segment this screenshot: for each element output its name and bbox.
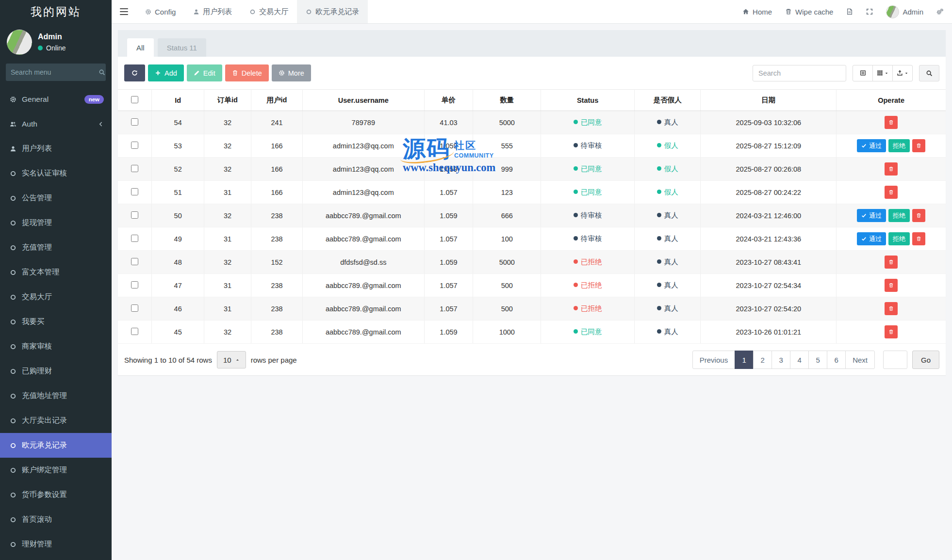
sidebar-item[interactable]: 欧元承兑记录 xyxy=(0,433,112,458)
detail-view-button[interactable] xyxy=(853,65,873,81)
reject-button[interactable]: 拒绝 xyxy=(888,232,910,245)
row-checkbox[interactable] xyxy=(131,304,138,312)
row-checkbox[interactable] xyxy=(131,165,138,172)
row-select-cell xyxy=(118,158,152,181)
column-header[interactable]: Operate xyxy=(837,90,946,111)
order-id-cell: 32 xyxy=(204,204,251,227)
approve-button[interactable]: 通过 xyxy=(857,232,886,245)
row-delete-button[interactable] xyxy=(885,256,898,269)
row-delete-button[interactable] xyxy=(885,116,898,129)
column-header[interactable]: 数量 xyxy=(473,90,541,111)
filter-tab[interactable]: All xyxy=(127,38,154,57)
row-checkbox[interactable] xyxy=(131,328,138,335)
export-button[interactable] xyxy=(892,65,913,81)
refresh-button[interactable] xyxy=(124,64,145,81)
row-checkbox[interactable] xyxy=(131,235,138,242)
row-delete-button[interactable] xyxy=(912,209,925,222)
user-id-cell: 166 xyxy=(251,134,303,158)
main-content: AllStatus 11 Add Edit Delete xyxy=(112,24,952,560)
pagination-page-button[interactable]: 2 xyxy=(753,351,772,369)
table-search-button[interactable] xyxy=(919,65,939,81)
sidebar-item[interactable]: 富文本管理 xyxy=(0,260,112,285)
sidebar-search-input[interactable] xyxy=(11,68,98,76)
sidebar-item[interactable]: 交易大厅 xyxy=(0,285,112,309)
sidebar-item[interactable]: 已购理财 xyxy=(0,359,112,384)
row-checkbox[interactable] xyxy=(131,211,138,219)
sidebar-item[interactable]: 公告管理 xyxy=(0,186,112,210)
row-checkbox[interactable] xyxy=(131,188,138,195)
add-button[interactable]: Add xyxy=(148,64,184,81)
sidebar-item[interactable]: 用户列表 xyxy=(0,136,112,161)
more-button[interactable]: More xyxy=(272,64,311,81)
home-link[interactable]: Home xyxy=(742,8,772,16)
filter-tab[interactable]: Status 11 xyxy=(158,38,206,57)
page-size-dropdown[interactable]: 10 xyxy=(217,351,246,368)
sidebar-item[interactable]: 账户绑定管理 xyxy=(0,458,112,482)
admin-menu[interactable]: Admin xyxy=(886,5,923,18)
sidebar-toggle-button[interactable] xyxy=(112,0,136,23)
pagination-next-button[interactable]: Next xyxy=(845,351,875,369)
row-checkbox[interactable] xyxy=(131,258,138,265)
row-delete-button[interactable] xyxy=(912,139,925,152)
sidebar-item[interactable]: Generalnew xyxy=(0,87,112,112)
settings-button[interactable] xyxy=(936,8,943,15)
status-cell: 待审核 xyxy=(541,134,635,158)
wipe-cache-button[interactable]: Wipe cache xyxy=(785,8,833,16)
column-header[interactable]: User.username xyxy=(302,90,424,111)
edit-button[interactable]: Edit xyxy=(187,64,222,81)
sidebar-item[interactable]: 实名认证审核 xyxy=(0,161,112,186)
pagination-page-button[interactable]: 1 xyxy=(735,351,754,369)
column-header[interactable]: Id xyxy=(152,90,204,111)
sidebar-item[interactable]: 大厅卖出记录 xyxy=(0,408,112,433)
approve-button[interactable]: 通过 xyxy=(857,209,886,222)
pagination-page-button[interactable]: 5 xyxy=(808,351,827,369)
page-jump-input[interactable] xyxy=(883,351,907,369)
sidebar-item[interactable]: 充值地址管理 xyxy=(0,384,112,408)
sidebar-item[interactable]: Auth xyxy=(0,112,112,136)
sidebar-item[interactable]: 理财管理 xyxy=(0,532,112,557)
go-button[interactable]: Go xyxy=(912,351,939,369)
topnav-tab[interactable]: Config xyxy=(136,0,184,23)
column-header[interactable]: 用户id xyxy=(251,90,303,111)
column-header[interactable]: 日期 xyxy=(701,90,837,111)
sidebar-item[interactable]: 我要买 xyxy=(0,309,112,334)
language-button[interactable] xyxy=(846,8,853,15)
topnav-tab[interactable]: 欧元承兑记录 xyxy=(297,0,368,23)
row-delete-button[interactable] xyxy=(912,232,925,245)
column-header[interactable]: 订单id xyxy=(204,90,251,111)
row-delete-button[interactable] xyxy=(885,186,898,199)
table-search-input[interactable] xyxy=(753,65,846,81)
row-checkbox[interactable] xyxy=(131,281,138,288)
row-delete-button[interactable] xyxy=(885,279,898,292)
row-delete-button[interactable] xyxy=(885,162,898,176)
reject-button[interactable]: 拒绝 xyxy=(888,209,910,222)
sidebar-item[interactable]: 商家审核 xyxy=(0,334,112,359)
topnav-tab[interactable]: 交易大厅 xyxy=(241,0,297,23)
pagination-prev-button[interactable]: Previous xyxy=(692,351,735,369)
user-icon xyxy=(193,9,199,15)
approve-button[interactable]: 通过 xyxy=(857,139,886,152)
column-header[interactable]: 单价 xyxy=(424,90,473,111)
row-delete-button[interactable] xyxy=(885,302,898,315)
fullscreen-button[interactable] xyxy=(866,8,873,15)
fake-label: 真人 xyxy=(664,258,678,266)
column-header[interactable]: 是否假人 xyxy=(634,90,700,111)
row-checkbox[interactable] xyxy=(131,142,138,149)
delete-button[interactable]: Delete xyxy=(225,64,269,81)
pagination-page-button[interactable]: 3 xyxy=(771,351,790,369)
sidebar-item[interactable]: 提现管理 xyxy=(0,210,112,235)
pagination-page-button[interactable]: 4 xyxy=(790,351,809,369)
column-header[interactable]: Status xyxy=(541,90,635,111)
topnav-tab[interactable]: 用户列表 xyxy=(184,0,241,23)
select-all-checkbox[interactable] xyxy=(131,96,138,103)
sidebar-item[interactable]: 充值管理 xyxy=(0,235,112,260)
sidebar-item[interactable]: 首页滚动 xyxy=(0,507,112,532)
sidebar-item[interactable]: 货币参数设置 xyxy=(0,482,112,507)
pagination-page-button[interactable]: 6 xyxy=(827,351,846,369)
sidebar-item-label: 用户列表 xyxy=(22,144,52,154)
row-checkbox[interactable] xyxy=(131,118,138,126)
reject-button[interactable]: 拒绝 xyxy=(888,139,910,152)
columns-button[interactable] xyxy=(872,65,893,81)
operate-cell: 通过拒绝 xyxy=(837,204,946,227)
row-delete-button[interactable] xyxy=(885,325,898,338)
